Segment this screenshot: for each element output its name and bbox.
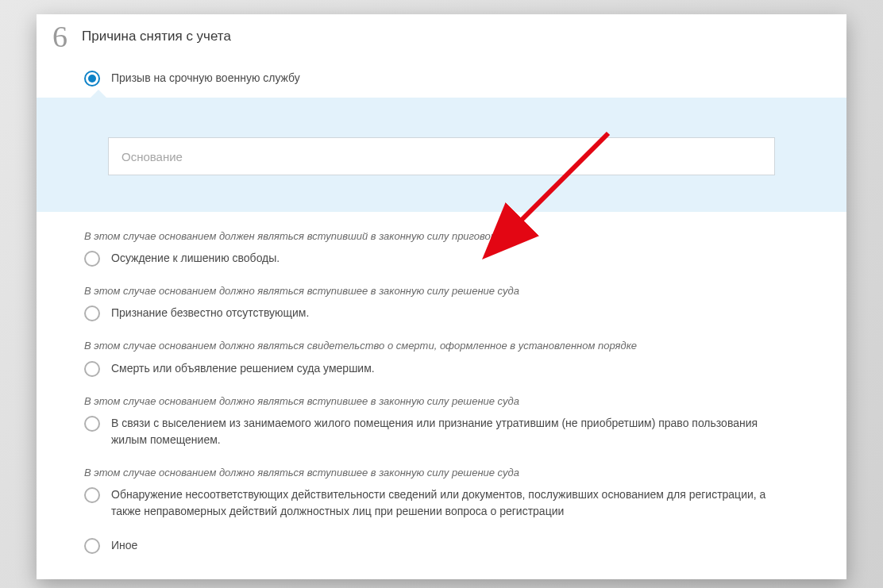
option-row[interactable]: Иное xyxy=(84,537,799,554)
option-block: Призыв на срочную военную службу xyxy=(84,70,799,212)
radio-icon[interactable] xyxy=(84,416,100,432)
section-title: Причина снятия с учета xyxy=(82,29,231,44)
radio-icon[interactable] xyxy=(84,487,100,503)
radio-selected-icon[interactable] xyxy=(84,71,100,86)
option-block: В этом случае основанием должно являться… xyxy=(84,394,799,448)
radio-icon[interactable] xyxy=(84,306,100,321)
option-row[interactable]: Осуждение к лишению свободы. xyxy=(84,250,799,267)
option-note: В этом случае основанием должно являться… xyxy=(84,394,799,409)
options-list: Призыв на срочную военную службу В этом … xyxy=(37,54,846,579)
option-label: Смерть или объявление решением суда умер… xyxy=(111,360,375,377)
option-label: Осуждение к лишению свободы. xyxy=(111,250,280,267)
option-label: Признание безвестно отсутствующим. xyxy=(111,305,309,321)
option-label: Обнаружение несоответствующих действител… xyxy=(111,486,794,520)
step-number: 6 xyxy=(52,19,67,54)
option-block: В этом случае основанием должен являться… xyxy=(84,229,799,267)
option-row[interactable]: Смерть или объявление решением суда умер… xyxy=(84,360,799,377)
section-header: 6 Причина снятия с учета xyxy=(37,14,846,54)
option-block: В этом случае основанием должно являться… xyxy=(84,284,799,321)
option-row[interactable]: В связи с выселением из занимаемого жило… xyxy=(84,415,799,448)
option-label: В связи с выселением из занимаемого жило… xyxy=(111,415,794,448)
radio-icon[interactable] xyxy=(84,361,100,377)
option-row[interactable]: Признание безвестно отсутствующим. xyxy=(84,305,799,321)
option-block: В этом случае основанием должно являться… xyxy=(84,466,799,520)
radio-icon[interactable] xyxy=(84,538,100,554)
option-note: В этом случае основанием должно являться… xyxy=(84,466,799,480)
option-block: Иное xyxy=(84,537,799,554)
option-label: Иное xyxy=(111,537,137,554)
option-block: В этом случае основанием должно являться… xyxy=(84,339,799,376)
form-sheet: 6 Причина снятия с учета Призыв на срочн… xyxy=(37,14,846,579)
option-row[interactable]: Обнаружение несоответствующих действител… xyxy=(84,486,799,520)
option-note: В этом случае основанием должно являться… xyxy=(84,339,799,353)
option-note: В этом случае основанием должно являться… xyxy=(84,284,799,298)
radio-icon[interactable] xyxy=(84,251,100,267)
basis-input[interactable] xyxy=(108,137,775,175)
option-label: Призыв на срочную военную службу xyxy=(111,70,300,86)
expand-panel xyxy=(37,98,846,212)
option-row[interactable]: Призыв на срочную военную службу xyxy=(84,70,799,86)
option-note: В этом случае основанием должен являться… xyxy=(84,229,799,244)
